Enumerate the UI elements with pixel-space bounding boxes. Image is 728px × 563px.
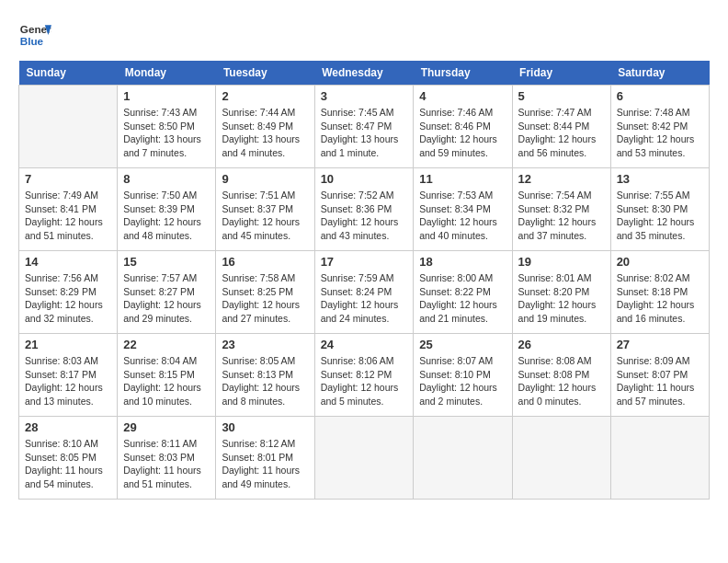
calendar-cell: 12Sunrise: 7:54 AMSunset: 8:32 PMDayligh… [512, 168, 610, 251]
cell-info: Sunrise: 8:11 AM [123, 437, 210, 451]
cell-info: Sunset: 8:37 PM [222, 202, 308, 216]
calendar-cell: 26Sunrise: 8:08 AMSunset: 8:08 PMDayligh… [512, 334, 610, 417]
cell-info: Sunrise: 7:57 AM [123, 271, 210, 285]
days-header-row: SundayMondayTuesdayWednesdayThursdayFrid… [19, 61, 710, 86]
cell-info: Daylight: 11 hours [25, 464, 111, 477]
cell-info: Daylight: 11 hours [617, 381, 703, 395]
week-row-4: 21Sunrise: 8:03 AMSunset: 8:17 PMDayligh… [19, 334, 710, 417]
cell-info: Daylight: 12 hours [518, 381, 605, 395]
cell-info: Sunrise: 7:52 AM [321, 189, 408, 202]
day-number: 19 [518, 255, 605, 269]
calendar-cell: 19Sunrise: 8:01 AMSunset: 8:20 PMDayligh… [512, 251, 610, 334]
cell-info: Sunrise: 7:55 AM [617, 189, 703, 202]
cell-info: Sunrise: 7:47 AM [518, 106, 605, 120]
day-number: 2 [222, 89, 308, 103]
cell-info: Daylight: 13 hours [123, 132, 210, 146]
day-number: 20 [617, 255, 703, 269]
cell-info: Sunrise: 8:12 AM [222, 437, 308, 451]
day-number: 25 [419, 338, 506, 351]
cell-info: and 48 minutes. [123, 229, 210, 243]
calendar-cell: 29Sunrise: 8:11 AMSunset: 8:03 PMDayligh… [118, 417, 216, 500]
cell-info: Sunset: 8:12 PM [321, 368, 408, 382]
cell-info: Sunset: 8:18 PM [617, 285, 703, 299]
calendar-cell: 14Sunrise: 7:56 AMSunset: 8:29 PMDayligh… [19, 251, 118, 334]
calendar-cell [314, 417, 414, 500]
cell-info: Daylight: 11 hours [123, 464, 210, 477]
cell-info: and 7 minutes. [123, 146, 210, 160]
day-header-tuesday: Tuesday [216, 61, 314, 86]
cell-info: and 37 minutes. [518, 229, 605, 243]
cell-info: and 29 minutes. [123, 312, 210, 326]
cell-info: and 13 minutes. [25, 395, 111, 408]
calendar-cell: 21Sunrise: 8:03 AMSunset: 8:17 PMDayligh… [19, 334, 118, 417]
cell-info: Sunrise: 8:04 AM [123, 354, 210, 368]
cell-info: and 51 minutes. [123, 477, 210, 491]
day-header-wednesday: Wednesday [314, 61, 414, 86]
cell-info: and 8 minutes. [222, 395, 308, 408]
cell-info: Sunset: 8:50 PM [123, 120, 210, 133]
calendar-cell: 4Sunrise: 7:46 AMSunset: 8:46 PMDaylight… [414, 86, 512, 168]
cell-info: and 16 minutes. [617, 312, 703, 326]
day-number: 6 [617, 89, 703, 103]
cell-info: Daylight: 13 hours [222, 132, 308, 146]
cell-info: and 54 minutes. [25, 477, 111, 491]
cell-info: Sunrise: 7:59 AM [321, 271, 408, 285]
calendar-cell [610, 417, 709, 500]
calendar-cell: 22Sunrise: 8:04 AMSunset: 8:15 PMDayligh… [118, 334, 216, 417]
cell-info: Sunset: 8:10 PM [419, 368, 506, 382]
day-number: 10 [321, 172, 408, 186]
cell-info: Sunset: 8:41 PM [25, 202, 111, 216]
cell-info: Sunset: 8:15 PM [123, 368, 210, 382]
cell-info: Daylight: 12 hours [419, 132, 506, 146]
day-number: 14 [25, 255, 111, 269]
cell-info: Daylight: 12 hours [419, 215, 506, 229]
cell-info: Daylight: 12 hours [222, 381, 308, 395]
logo: General Blue [18, 18, 51, 52]
calendar-cell: 20Sunrise: 8:02 AMSunset: 8:18 PMDayligh… [610, 251, 709, 334]
day-header-saturday: Saturday [610, 61, 709, 86]
day-number: 28 [25, 420, 111, 434]
cell-info: and 4 minutes. [222, 146, 308, 160]
calendar-cell [414, 417, 512, 500]
calendar-cell [19, 86, 118, 168]
cell-info: Sunset: 8:32 PM [518, 202, 605, 216]
cell-info: Sunrise: 7:50 AM [123, 189, 210, 202]
cell-info: Sunset: 8:03 PM [123, 451, 210, 465]
cell-info: Daylight: 12 hours [617, 132, 703, 146]
cell-info: and 21 minutes. [419, 312, 506, 326]
cell-info: Sunrise: 7:58 AM [222, 271, 308, 285]
cell-info: Sunrise: 8:08 AM [518, 354, 605, 368]
page-header: General Blue [18, 18, 710, 52]
cell-info: Sunrise: 8:09 AM [617, 354, 703, 368]
cell-info: Daylight: 12 hours [123, 298, 210, 312]
calendar-cell: 11Sunrise: 7:53 AMSunset: 8:34 PMDayligh… [414, 168, 512, 251]
day-number: 3 [321, 89, 408, 103]
day-number: 12 [518, 172, 605, 186]
day-header-friday: Friday [512, 61, 610, 86]
calendar-cell [512, 417, 610, 500]
cell-info: Daylight: 12 hours [25, 381, 111, 395]
calendar-cell: 9Sunrise: 7:51 AMSunset: 8:37 PMDaylight… [216, 168, 314, 251]
cell-info: Sunset: 8:42 PM [617, 120, 703, 133]
cell-info: Sunset: 8:49 PM [222, 120, 308, 133]
calendar-body: 1Sunrise: 7:43 AMSunset: 8:50 PMDaylight… [19, 86, 710, 500]
cell-info: and 45 minutes. [222, 229, 308, 243]
day-number: 21 [25, 338, 111, 351]
cell-info: Daylight: 12 hours [25, 298, 111, 312]
cell-info: and 1 minute. [321, 146, 408, 160]
cell-info: and 27 minutes. [222, 312, 308, 326]
week-row-2: 7Sunrise: 7:49 AMSunset: 8:41 PMDaylight… [19, 168, 710, 251]
cell-info: Daylight: 12 hours [617, 298, 703, 312]
cell-info: and 40 minutes. [419, 229, 506, 243]
cell-info: Daylight: 12 hours [222, 298, 308, 312]
cell-info: Sunrise: 8:07 AM [419, 354, 506, 368]
day-number: 23 [222, 338, 308, 351]
day-number: 5 [518, 89, 605, 103]
calendar-cell: 7Sunrise: 7:49 AMSunset: 8:41 PMDaylight… [19, 168, 118, 251]
cell-info: Daylight: 12 hours [321, 215, 408, 229]
cell-info: Sunset: 8:27 PM [123, 285, 210, 299]
cell-info: Sunset: 8:29 PM [25, 285, 111, 299]
cell-info: Daylight: 12 hours [321, 298, 408, 312]
cell-info: and 19 minutes. [518, 312, 605, 326]
calendar-cell: 18Sunrise: 8:00 AMSunset: 8:22 PMDayligh… [414, 251, 512, 334]
